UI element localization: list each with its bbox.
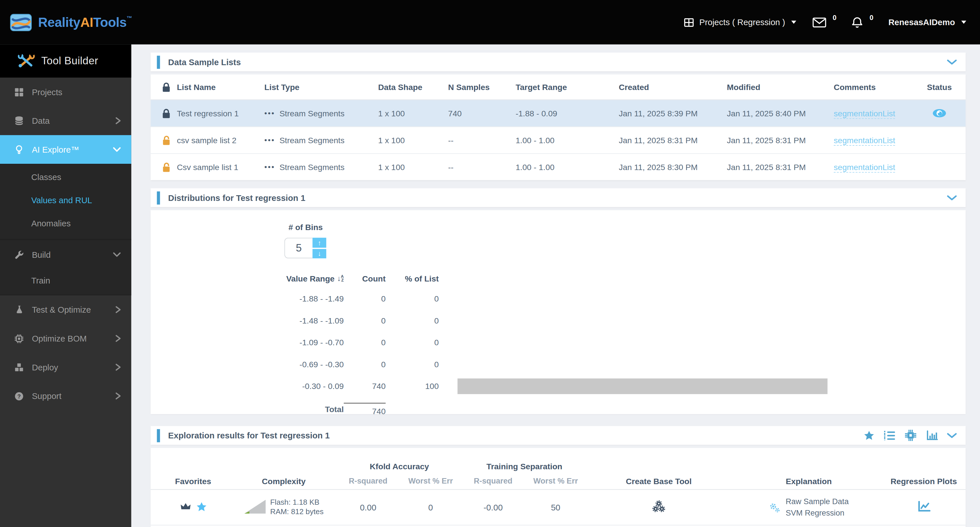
cpu-chip-icon[interactable] <box>904 429 917 442</box>
create-base-tool-gears-icon[interactable] <box>652 500 666 513</box>
column-header-explanation: Explanation <box>731 476 887 486</box>
user-menu-label: RenesasAIDemo <box>888 18 955 27</box>
sidebar-item-classes[interactable]: Classes <box>0 166 131 189</box>
sidebar-header: Tool Builder <box>0 44 131 77</box>
table-row[interactable]: Test regression 1 •••Stream Segments 1 x… <box>151 100 966 127</box>
distribution-row: -1.88 - -1.49 0 0 <box>151 288 966 310</box>
column-header-n-samples[interactable]: N Samples <box>448 82 515 92</box>
user-menu[interactable]: RenesasAIDemo <box>888 18 966 27</box>
projects-menu[interactable]: Projects ( Regression ) <box>684 17 796 27</box>
sidebar-item-deploy[interactable]: Deploy <box>0 353 131 382</box>
lock-open-icon <box>156 162 177 172</box>
sidebar-item-support[interactable]: ? Support <box>0 382 131 410</box>
bins-increment-button[interactable]: ↑ <box>312 238 326 248</box>
column-header-target-range[interactable]: Target Range <box>516 82 619 92</box>
comments-link[interactable]: segmentationList <box>834 162 895 172</box>
data-sample-lists-table: List Name List Type Data Shape N Samples… <box>151 74 966 180</box>
sidebar-item-values-and-rul[interactable]: Values and RUL <box>0 189 131 212</box>
chevron-down-icon <box>113 146 121 153</box>
sidebar-item-optimize-bom[interactable]: Optimize BOM <box>0 324 131 353</box>
chevron-right-icon <box>115 362 121 372</box>
collapse-chevron-icon[interactable] <box>947 59 957 65</box>
data-sample-lists-header: Data Sample Lists <box>151 53 966 72</box>
flask-icon <box>14 305 24 315</box>
collapse-chevron-icon[interactable] <box>947 433 957 438</box>
column-header-regression-plots: Regression Plots <box>887 476 961 486</box>
bins-decrement-button[interactable]: ↓ <box>312 249 326 258</box>
sidebar-item-train[interactable]: Train <box>0 269 131 292</box>
exploration-result-row: Flash: 1.18 KBRAM: 812 bytes 0.00 0 -0.0… <box>151 490 966 525</box>
column-header-modified[interactable]: Modified <box>727 82 834 92</box>
app-root: RealityAITools™ Projects ( Regression ) … <box>0 0 980 527</box>
table-row[interactable]: csv sample list 2 •••Stream Segments 1 x… <box>151 127 966 154</box>
messages-button[interactable]: 0 <box>813 17 835 27</box>
sidebar-item-build[interactable]: Build <box>0 240 131 269</box>
top-nav: Projects ( Regression ) 0 0 RenesasAIDem… <box>684 16 980 28</box>
chip-icon <box>14 334 24 343</box>
brand-wordmark: RealityAITools™ <box>38 14 132 30</box>
column-header-created[interactable]: Created <box>619 82 727 92</box>
distributions-title: Distributions for Test regression 1 <box>168 193 305 202</box>
bins-input[interactable] <box>285 238 312 258</box>
notifications-button[interactable]: 0 <box>851 16 872 28</box>
explanation-gears-icon[interactable] <box>769 501 781 513</box>
favorite-star-icon[interactable] <box>196 501 207 513</box>
column-header-kfold-r-squared[interactable]: R-squared <box>337 477 399 485</box>
ellipsis-icon[interactable]: ••• <box>264 136 275 145</box>
kfold-worst-err-value: 0 <box>399 503 462 512</box>
column-header-data-shape[interactable]: Data Shape <box>378 82 448 92</box>
sidebar-item-test-optimize[interactable]: Test & Optimize <box>0 295 131 324</box>
flash-size: Flash: 1.18 KB <box>270 498 319 507</box>
sidebar-item-anomalies[interactable]: Anomalies <box>0 212 131 235</box>
database-icon <box>14 116 24 126</box>
chevron-down-icon <box>113 251 121 258</box>
sort-descending-icon[interactable]: ↓AZ <box>337 274 344 283</box>
sidebar-item-projects[interactable]: Projects <box>0 77 131 106</box>
complexity-triangle-icon <box>244 499 266 516</box>
comments-link[interactable]: segmentationList <box>834 136 895 145</box>
ellipsis-icon[interactable]: ••• <box>264 163 275 171</box>
table-row[interactable]: Csv sample list 1 •••Stream Segments 1 x… <box>151 154 966 180</box>
notifications-count-badge: 0 <box>870 13 873 21</box>
crown-icon[interactable] <box>180 501 191 513</box>
column-header-list-type[interactable]: List Type <box>264 82 378 92</box>
lock-closed-icon <box>156 108 177 118</box>
column-header-comments[interactable]: Comments <box>834 82 918 92</box>
column-header-create-base-tool: Create Base Tool <box>587 476 730 486</box>
chevron-right-icon <box>115 116 121 126</box>
collapse-chevron-icon[interactable] <box>947 195 957 201</box>
projects-menu-label: Projects ( Regression ) <box>699 18 785 27</box>
regression-plot-icon[interactable] <box>916 500 931 513</box>
sidebar-item-ai-explore[interactable]: AI Explore™ <box>0 135 131 164</box>
exploration-header-actions <box>864 429 957 442</box>
explanation-line-1: Raw Sample Data <box>786 497 849 506</box>
list-view-icon[interactable] <box>883 430 896 441</box>
exploration-group-header-row: Kfold Accuracy Training Separation <box>151 459 966 473</box>
column-header-value-range[interactable]: Value Range ↓AZ <box>151 274 344 283</box>
column-header-count[interactable]: Count <box>344 274 386 283</box>
sidebar-item-data[interactable]: Data <box>0 106 131 135</box>
column-header-training-worst-err[interactable]: Worst % Err <box>524 477 587 485</box>
bell-icon <box>851 16 864 28</box>
comments-link[interactable]: segmentationList <box>834 109 895 118</box>
column-header-training-r-squared[interactable]: R-squared <box>462 477 525 485</box>
column-header-status[interactable]: Status <box>918 82 961 92</box>
exploration-results-header: Exploration results for Test regression … <box>151 426 966 445</box>
training-separation-group-header: Training Separation <box>462 461 587 471</box>
column-header-kfold-worst-err[interactable]: Worst % Err <box>399 477 462 485</box>
column-header-list-name[interactable]: List Name <box>177 82 264 92</box>
ai-explore-submenu: Classes Values and RUL Anomalies <box>0 164 131 240</box>
distribution-total-row: Total 740 <box>151 397 966 421</box>
column-header-pct-of-list[interactable]: % of List <box>385 274 439 283</box>
kfold-r-squared-value: 0.00 <box>337 503 399 512</box>
status-visible-eye-icon[interactable] <box>918 108 961 118</box>
brand-logo[interactable]: RealityAITools™ <box>0 13 132 31</box>
favorites-star-icon[interactable] <box>864 430 874 441</box>
panel-accent-bar <box>157 429 160 442</box>
ellipsis-icon[interactable]: ••• <box>264 109 275 118</box>
column-header-favorites: Favorites <box>156 476 231 486</box>
bins-label: # of Bins <box>271 223 340 232</box>
bar-chart-icon[interactable] <box>926 430 938 441</box>
explanation-line-2: SVM Regression <box>786 508 844 517</box>
chevron-right-icon <box>115 391 121 401</box>
